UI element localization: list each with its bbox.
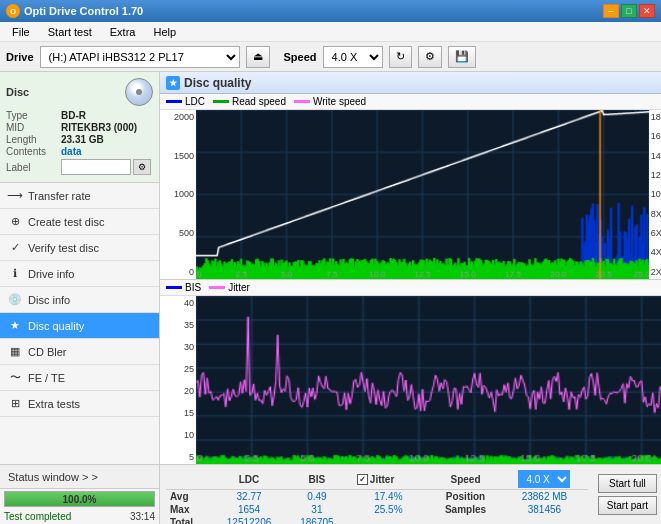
y-label-500: 500	[162, 228, 194, 238]
y-label-2000: 2000	[162, 112, 194, 122]
y2-label-25: 25	[162, 364, 194, 374]
col-header-speed: Speed	[430, 469, 501, 490]
disc-label-label: Label	[6, 162, 61, 173]
stats-samples-label: Samples	[430, 503, 501, 516]
stats-total-row: Total 12512206 186705	[166, 516, 588, 524]
nav-item-fe-te[interactable]: 〜FE / TE	[0, 365, 159, 391]
disc-section: Disc Type BD-R MID RITEKBR3 (000) Length…	[0, 72, 159, 183]
bottom-chart-canvas	[196, 296, 661, 465]
fe-te-label: FE / TE	[28, 372, 65, 384]
drive-select[interactable]: (H:) ATAPI iHBS312 2 PL17	[40, 46, 240, 68]
nav-item-disc-quality[interactable]: ★Disc quality	[0, 313, 159, 339]
toolbar: Drive (H:) ATAPI iHBS312 2 PL17 ⏏ Speed …	[0, 42, 661, 72]
stats-avg-jitter: 17.4%	[347, 490, 430, 504]
stats-max-ldc: 1654	[211, 503, 287, 516]
progress-bar-container: 100.0%	[4, 491, 155, 507]
col-header-spacer: ✓ Jitter	[347, 469, 430, 490]
eject-button[interactable]: ⏏	[246, 46, 270, 68]
menu-item-file[interactable]: File	[4, 24, 38, 40]
status-window-button[interactable]: Status window > >	[0, 465, 159, 489]
y-right-10x: 10X	[651, 189, 661, 199]
settings-button[interactable]: ⚙	[418, 46, 442, 68]
y-right-8x: 8X	[651, 209, 661, 219]
y-right-2x: 2X	[651, 267, 661, 277]
nav-item-extra-tests[interactable]: ⊞Extra tests	[0, 391, 159, 417]
status-area: Status window > > 100.0% Test completed …	[0, 464, 159, 524]
mid-label: MID	[6, 122, 61, 133]
y-label-1000: 1000	[162, 189, 194, 199]
disc-title: Disc	[6, 86, 29, 98]
y2-label-40: 40	[162, 298, 194, 308]
start-full-button[interactable]: Start full	[598, 474, 657, 493]
legend-write-speed-label: Write speed	[313, 96, 366, 107]
stats-speed-select[interactable]: 4.0 X	[518, 470, 570, 488]
menu-item-help[interactable]: Help	[145, 24, 184, 40]
save-button[interactable]: 💾	[448, 46, 476, 68]
y-right-12x: 12X	[651, 170, 661, 180]
stats-avg-ldc: 32.77	[211, 490, 287, 504]
col-header-dropdown: 4.0 X	[501, 469, 588, 490]
drive-info-icon: ℹ	[8, 267, 22, 281]
start-buttons: Start full Start part	[594, 465, 661, 524]
legend-read-speed-label: Read speed	[232, 96, 286, 107]
extra-tests-icon: ⊞	[8, 397, 22, 411]
app-icon: O	[6, 4, 20, 18]
speed-select[interactable]: 4.0 X	[323, 46, 383, 68]
jitter-label: Jitter	[370, 474, 394, 485]
y-label-0: 0	[162, 267, 194, 277]
stats-left: LDC BIS ✓ Jitter Speed	[160, 465, 594, 524]
col-header-bis: BIS	[287, 469, 347, 490]
refresh-button[interactable]: ↻	[389, 46, 412, 68]
maximize-button[interactable]: □	[621, 4, 637, 18]
fe-te-icon: 〜	[8, 371, 22, 385]
nav-item-transfer-rate[interactable]: ⟶Transfer rate	[0, 183, 159, 209]
nav-item-verify-test-disc[interactable]: ✓Verify test disc	[0, 235, 159, 261]
stats-max-row: Max 1654 31 25.5% Samples 381456	[166, 503, 588, 516]
stats-total-ldc: 12512206	[211, 516, 287, 524]
top-legend: LDC Read speed Write speed	[160, 94, 661, 110]
contents-value: data	[61, 146, 82, 157]
create-test-disc-label: Create test disc	[28, 216, 104, 228]
y2-label-35: 35	[162, 320, 194, 330]
stats-area: LDC BIS ✓ Jitter Speed	[160, 464, 661, 524]
disc-quality-label: Disc quality	[28, 320, 84, 332]
nav-list: ⟶Transfer rate⊕Create test disc✓Verify t…	[0, 183, 159, 417]
main-layout: Disc Type BD-R MID RITEKBR3 (000) Length…	[0, 72, 661, 524]
app-title: Opti Drive Control 1.70	[24, 5, 143, 17]
window-controls: – □ ✕	[603, 4, 655, 18]
legend-jitter: Jitter	[209, 282, 250, 293]
stats-total-label: Total	[166, 516, 211, 524]
top-chart-canvas	[196, 110, 649, 279]
disc-label-input[interactable]	[61, 159, 131, 175]
y2-label-15: 15	[162, 408, 194, 418]
start-part-button[interactable]: Start part	[598, 496, 657, 515]
stats-max-bis: 31	[287, 503, 347, 516]
menu-item-extra[interactable]: Extra	[102, 24, 144, 40]
y2-label-20: 20	[162, 386, 194, 396]
sidebar: Disc Type BD-R MID RITEKBR3 (000) Length…	[0, 72, 160, 524]
minimize-button[interactable]: –	[603, 4, 619, 18]
stats-avg-bis: 0.49	[287, 490, 347, 504]
progress-text: 100.0%	[5, 492, 154, 506]
nav-item-cd-bler[interactable]: ▦CD Bler	[0, 339, 159, 365]
nav-item-disc-info[interactable]: 💿Disc info	[0, 287, 159, 313]
length-value: 23.31 GB	[61, 134, 104, 145]
chart-header: ★ Disc quality	[160, 72, 661, 94]
chart-title: Disc quality	[184, 76, 251, 90]
col-header-ldc: LDC	[211, 469, 287, 490]
menu-item-start-test[interactable]: Start test	[40, 24, 100, 40]
nav-item-drive-info[interactable]: ℹDrive info	[0, 261, 159, 287]
y-label-1500: 1500	[162, 151, 194, 161]
extra-tests-label: Extra tests	[28, 398, 80, 410]
nav-item-create-test-disc[interactable]: ⊕Create test disc	[0, 209, 159, 235]
transfer-rate-icon: ⟶	[8, 189, 22, 203]
legend-jitter-label: Jitter	[228, 282, 250, 293]
length-label: Length	[6, 134, 61, 145]
menu-bar: FileStart testExtraHelp	[0, 22, 661, 42]
close-button[interactable]: ✕	[639, 4, 655, 18]
type-value: BD-R	[61, 110, 86, 121]
disc-label-button[interactable]: ⚙	[133, 159, 151, 175]
legend-read-speed: Read speed	[213, 96, 286, 107]
jitter-checkbox[interactable]: ✓	[357, 474, 368, 485]
bottom-chart-area: 40 35 30 25 20 15 10 5 40% 32% 24% 16% 8…	[160, 296, 661, 465]
